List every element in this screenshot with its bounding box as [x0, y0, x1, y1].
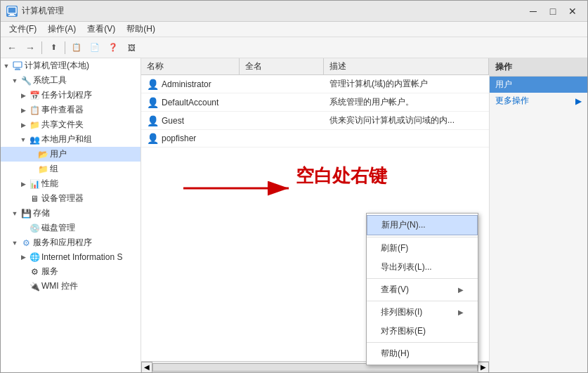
context-separator-4 — [367, 342, 478, 343]
shared-icon: 📁 — [29, 119, 40, 131]
window-controls: ─ □ ✕ — [524, 4, 582, 19]
svc-label: 服务和应用程序 — [33, 237, 92, 249]
list-item[interactable]: 👤 Administrator 管理计算机(域)的内置帐户 — [141, 75, 489, 93]
services-label: 服务 — [41, 266, 58, 277]
tree-device-manager[interactable]: ▶ 🖥 设备管理器 — [1, 191, 141, 206]
context-separator-2 — [367, 278, 478, 279]
user-desc-cell: 供来宾访问计算机或访问域的内... — [324, 113, 489, 128]
scroll-left-btn[interactable]: ◀ — [141, 362, 152, 373]
tree-event-viewer[interactable]: ▶ 📋 事件查看器 — [1, 103, 141, 117]
more-actions-item[interactable]: 更多操作 ▶ — [490, 93, 587, 109]
wmi-icon: 🔌 — [29, 281, 40, 292]
separator-1 — [41, 41, 42, 54]
user-name-cell: 👤 popfisher — [141, 131, 240, 145]
perf-arrow: ▶ — [19, 180, 27, 188]
iis-arrow: ▶ — [19, 253, 27, 261]
user-desc-cell: 系统管理的用户帐户。 — [324, 95, 489, 110]
tree-root[interactable]: ▼ 计算机管理(本地) — [1, 58, 141, 73]
list-item[interactable]: 👤 Guest 供来宾访问计算机或访问域的内... — [141, 112, 489, 130]
col-header-fullname[interactable]: 全名 — [240, 58, 324, 74]
user-name-cell: 👤 Administrator — [141, 77, 240, 91]
tree-groups[interactable]: ▶ 📁 组 — [1, 162, 141, 176]
event-arrow: ▶ — [19, 106, 27, 114]
forward-button[interactable]: → — [22, 39, 39, 56]
task-arrow: ▶ — [19, 91, 27, 100]
groups-icon: 📁 — [37, 164, 48, 175]
maximize-button[interactable]: □ — [544, 4, 562, 19]
tree-disk-management[interactable]: ▶ 💿 磁盘管理 — [1, 221, 141, 235]
help-label: 帮助(H) — [381, 348, 410, 360]
up-button[interactable]: ⬆ — [45, 39, 62, 56]
user-fullname-cell — [240, 137, 324, 140]
local-users-arrow: ▼ — [19, 136, 27, 144]
actions-subheader: 用户 — [490, 77, 587, 93]
tree-shared-folder[interactable]: ▶ 📁 共享文件夹 — [1, 117, 141, 132]
list-item[interactable]: 👤 popfisher — [141, 130, 489, 148]
col-header-name[interactable]: 名称 — [141, 58, 240, 74]
task-label: 任务计划程序 — [41, 89, 92, 101]
app-icon — [6, 6, 18, 17]
tree-task-scheduler[interactable]: ▶ 📅 任务计划程序 — [1, 88, 141, 103]
user-name-text: Guest — [162, 116, 184, 126]
tree-services[interactable]: ▶ ⚙ 服务 — [1, 264, 141, 279]
user-desc-cell: 管理计算机(域)的内置帐户 — [324, 77, 489, 91]
tree-wmi[interactable]: ▶ 🔌 WMI 控件 — [1, 279, 141, 294]
menu-action[interactable]: 操作(A) — [42, 22, 81, 37]
help-button[interactable]: ❓ — [105, 39, 122, 56]
user-fullname-cell — [240, 83, 324, 86]
context-menu-help[interactable]: 帮助(H) — [367, 344, 478, 363]
dev-label: 设备管理器 — [41, 192, 84, 204]
menu-view[interactable]: 查看(V) — [81, 22, 121, 37]
extra-button[interactable]: 🖼 — [123, 39, 140, 56]
svc-icon: ⚙ — [20, 237, 32, 249]
user-fullname-cell — [240, 101, 324, 104]
menu-help[interactable]: 帮助(H) — [121, 22, 161, 37]
context-menu-new-user[interactable]: 新用户(N)... — [367, 215, 478, 235]
users-folder-icon: 📂 — [37, 149, 48, 160]
root-arrow: ▼ — [2, 62, 11, 70]
context-menu-export[interactable]: 导出列表(L)... — [367, 258, 478, 277]
user-name-text: DefaultAccount — [162, 98, 218, 107]
new-user-label: 新用户(N)... — [381, 219, 426, 231]
col-header-desc[interactable]: 描述 — [324, 58, 489, 74]
arrange-label: 排列图标(I) — [381, 306, 422, 318]
tree-local-users[interactable]: ▼ 👥 本地用户和组 — [1, 132, 141, 147]
iis-label: Internet Information S — [41, 252, 122, 262]
svc-arrow: ▼ — [11, 239, 19, 247]
dev-icon: 🖥 — [29, 193, 40, 204]
tree-storage[interactable]: ▼ 💾 存储 — [1, 206, 141, 221]
show-hide-button[interactable]: 📋 — [68, 39, 85, 56]
services-icon: ⚙ — [29, 266, 40, 277]
tree-iis[interactable]: ▶ 🌐 Internet Information S — [1, 250, 141, 264]
context-menu: 新用户(N)... 刷新(F) 导出列表(L)... 查看(V) ▶ — [366, 213, 478, 365]
user-name-text: Administrator — [162, 79, 211, 89]
scroll-right-btn[interactable]: ▶ — [478, 362, 489, 373]
menu-file[interactable]: 文件(F) — [4, 22, 42, 37]
context-menu-align[interactable]: 对齐图标(E) — [367, 322, 478, 341]
context-menu-arrange[interactable]: 排列图标(I) ▶ — [367, 303, 478, 322]
context-menu-refresh[interactable]: 刷新(F) — [367, 239, 478, 258]
properties-button[interactable]: 📄 — [86, 39, 103, 56]
user-icon: 👤 — [147, 97, 159, 108]
refresh-label: 刷新(F) — [381, 242, 408, 254]
close-button[interactable]: ✕ — [563, 4, 582, 19]
context-menu-view[interactable]: 查看(V) ▶ — [367, 280, 478, 299]
user-icon: 👤 — [147, 115, 159, 126]
list-item[interactable]: 👤 DefaultAccount 系统管理的用户帐户。 — [141, 93, 489, 112]
tree-services-apps[interactable]: ▼ ⚙ 服务和应用程序 — [1, 235, 141, 250]
computer-icon — [12, 60, 23, 72]
user-icon: 👤 — [147, 133, 159, 144]
tree-users[interactable]: ▶ 📂 用户 — [1, 147, 141, 162]
storage-icon: 💾 — [20, 208, 32, 219]
event-icon: 📋 — [29, 105, 40, 116]
window-title: 计算机管理 — [22, 5, 524, 17]
back-button[interactable]: ← — [4, 39, 20, 56]
context-separator-3 — [367, 301, 478, 301]
tree-performance[interactable]: ▶ 📊 性能 — [1, 176, 141, 191]
more-actions-label: 更多操作 — [495, 95, 529, 107]
minimize-button[interactable]: ─ — [524, 4, 542, 19]
tree-system-tools[interactable]: ▼ 🔧 系统工具 — [1, 73, 141, 88]
perf-label: 性能 — [41, 178, 58, 190]
task-icon: 📅 — [29, 90, 40, 101]
iis-icon: 🌐 — [29, 251, 40, 263]
